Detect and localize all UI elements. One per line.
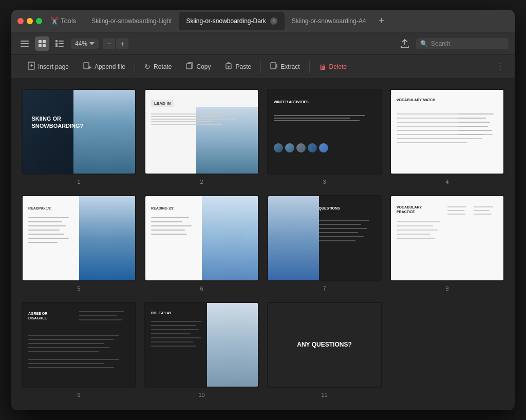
page-item[interactable]: QUESTIONS 7 [267,195,382,291]
slide-11-text: ANY QUESTIONS? [297,341,351,348]
toolbar-overflow: ⋮ [496,62,504,71]
tab-bar: Skiing-or-snowboarding-Light Skiing-or-s… [84,12,509,30]
minimize-button[interactable] [27,18,33,24]
delete-icon: 🗑 [319,63,326,71]
page-item[interactable]: READING 2/2 6 [144,195,259,291]
page-item[interactable]: VOCABULARYPRACTICE [390,195,504,291]
tab-dark-close[interactable]: × [270,17,277,25]
search-box[interactable]: 🔍 [416,38,509,49]
insert-page-icon [28,62,35,71]
zoom-buttons: − + [103,38,128,49]
svg-rect-7 [55,40,58,42]
zoom-decrease-button[interactable]: − [103,38,115,49]
tab-light[interactable]: Skiing-or-snowboarding-Light [84,12,179,30]
paste-label: Paste [235,63,251,70]
page-number-11: 11 [321,392,327,398]
append-file-label: Append file [95,63,125,70]
page-thumb-1: SKIING ORSNOWBOARDING? [22,89,136,175]
svg-rect-3 [39,40,42,43]
tab-light-label: Skiing-or-snowboarding-Light [91,17,172,25]
tab-dark-label: Skiing-or-snowboarding-Dark [186,17,266,25]
app-window: ✂️ Tools Skiing-or-snowboarding-Light Sk… [11,10,515,410]
zoom-control[interactable]: 44% [71,39,99,49]
svg-rect-10 [59,43,64,44]
svg-rect-4 [43,40,46,43]
paste-button[interactable]: Paste [219,59,257,74]
page-thumb-9: AGREE ORDISAGREE [22,302,136,388]
insert-page-label: Insert page [38,63,69,70]
tools-icon: ✂️ [50,17,59,25]
rotate-icon: ↻ [144,63,151,71]
pages-content: SKIING ORSNOWBOARDING? 1 LEAD-IN [11,79,515,410]
view-controls [17,36,67,51]
tab-a4[interactable]: Skiing-or-snowboarding-A4 [285,12,373,30]
pages-grid: SKIING ORSNOWBOARDING? 1 LEAD-IN [22,89,504,398]
delete-button[interactable]: 🗑 Delete [313,60,353,74]
page-item[interactable]: AGREE ORDISAGREE [22,302,136,398]
copy-icon [186,62,193,71]
copy-label: Copy [196,63,211,70]
grid-view-button[interactable] [35,36,49,51]
traffic-lights [17,18,42,24]
page-thumb-5: READING 1/2 [22,195,136,281]
svg-rect-12 [59,46,64,47]
list-view-button[interactable] [52,36,67,51]
svg-rect-23 [271,63,276,69]
svg-rect-8 [59,41,64,42]
append-file-icon [83,62,91,71]
page-thumb-4: VOCABULARY MATCH [390,89,504,175]
toolbar-separator-1 [135,61,135,73]
svg-rect-2 [21,46,29,47]
tools-menu[interactable]: ✂️ Tools [50,17,76,25]
tab-dark[interactable]: Skiing-or-snowboarding-Dark × [179,12,284,30]
svg-rect-9 [55,43,58,45]
page-item[interactable]: LEAD-IN 2 [144,89,259,185]
page-item[interactable]: ROLE-PLAY 10 [144,302,259,398]
insert-page-button[interactable]: Insert page [22,59,75,74]
append-file-button[interactable]: Append file [77,59,132,74]
page-item[interactable]: VOCABULARY MATCH [390,89,504,185]
page-thumb-6: READING 2/2 [144,195,259,281]
add-tab-button[interactable]: + [375,15,388,27]
svg-rect-0 [21,41,29,42]
share-button[interactable] [398,36,412,51]
page-number-8: 8 [445,285,448,292]
tab-a4-label: Skiing-or-snowboarding-A4 [292,17,366,25]
page-thumb-10: ROLE-PLAY [144,302,259,388]
titlebar: ✂️ Tools Skiing-or-snowboarding-Light Sk… [11,10,515,32]
page-thumb-3: WINTER ACTIVITIES [267,89,382,175]
action-toolbar: Insert page Append file ↻ Rotate Copy Pa… [11,55,515,79]
svg-rect-11 [55,45,58,47]
toolbar-separator-3 [309,61,310,73]
rotate-button[interactable]: ↻ Rotate [138,60,178,74]
page-thumb-2: LEAD-IN [144,89,259,175]
svg-rect-19 [186,64,192,69]
page-item[interactable]: SKIING ORSNOWBOARDING? 1 [22,89,136,185]
page-number-9: 9 [77,392,80,398]
page-number-1: 1 [77,179,80,185]
extract-button[interactable]: Extract [264,59,306,74]
extract-icon [270,62,277,71]
page-number-5: 5 [77,285,80,292]
delete-label: Delete [329,63,347,70]
close-button[interactable] [17,18,24,24]
page-number-10: 10 [198,392,204,398]
page-number-2: 2 [200,179,203,185]
copy-button[interactable]: Copy [180,59,217,74]
page-number-3: 3 [323,179,326,185]
search-icon: 🔍 [420,40,428,47]
zoom-increase-button[interactable]: + [116,38,128,49]
main-toolbar: 44% − + 🔍 [11,32,515,55]
page-item[interactable]: WINTER ACTIVITIES [267,89,382,185]
maximize-button[interactable] [36,18,42,24]
search-input[interactable] [431,40,504,47]
sidebar-toggle-button[interactable] [17,36,32,51]
svg-rect-6 [43,44,46,47]
extract-label: Extract [280,63,299,70]
page-number-6: 6 [200,285,203,292]
page-number-7: 7 [323,285,326,292]
page-item[interactable]: ANY QUESTIONS? 11 [267,302,382,398]
page-thumb-8: VOCABULARYPRACTICE [390,195,504,281]
svg-rect-5 [39,44,42,47]
page-item[interactable]: READING 1/2 5 [22,195,136,291]
